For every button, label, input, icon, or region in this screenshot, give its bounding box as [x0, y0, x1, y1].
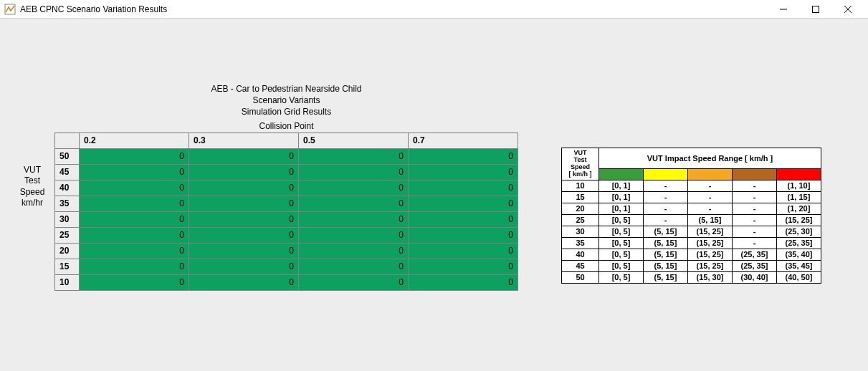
grid-cell: 0 — [80, 274, 189, 290]
grid-corner — [55, 132, 80, 148]
legend-cell: (1, 20] — [777, 203, 821, 214]
grid-cell: 0 — [80, 227, 189, 243]
grid-cell: 0 — [189, 164, 299, 180]
grid-row-header: 40 — [55, 180, 80, 196]
grid-cell: 0 — [299, 164, 409, 180]
maximize-icon — [812, 6, 819, 13]
y-axis-label-line: VUT — [14, 165, 50, 176]
grid-row-header: 45 — [55, 164, 80, 180]
legend-cell: (30, 40] — [733, 271, 777, 283]
legend-cell: (5, 15] — [688, 214, 733, 226]
legend-panel: VUTTestSpeed[ km/h ]VUT Impact Speed Ran… — [561, 148, 821, 284]
legend-cell: (5, 15] — [644, 226, 688, 237]
legend-cell: [0, 5] — [599, 226, 644, 237]
grid-cell: 0 — [80, 196, 189, 211]
legend-cell: (35, 45] — [777, 260, 821, 271]
legend-cell: - — [644, 203, 688, 214]
grid-column-header: 0.7 — [409, 132, 518, 148]
legend-row-header: 50 — [562, 271, 599, 283]
legend-cell: - — [733, 203, 777, 214]
grid-cell: 0 — [299, 259, 409, 274]
legend-row-header-label: VUTTestSpeed[ km/h ] — [562, 148, 599, 180]
chart-title-line: Simulation Grid Results — [54, 106, 518, 117]
legend-cell: [0, 1] — [599, 203, 644, 214]
legend-cell: - — [644, 214, 688, 226]
grid-cell: 0 — [80, 164, 189, 180]
legend-cell: (25, 35] — [733, 249, 777, 260]
chart-title-line: AEB - Car to Pedestrian Nearside Child — [54, 83, 518, 95]
legend-cell: [0, 1] — [599, 191, 644, 203]
legend-cell: (40, 50] — [777, 271, 821, 283]
legend-cell: (15, 25] — [688, 237, 733, 249]
grid-cell: 0 — [299, 274, 409, 290]
grid-cell: 0 — [80, 259, 189, 274]
legend-row-header: 40 — [562, 249, 599, 260]
legend-row-header: 30 — [562, 226, 599, 237]
grid-cell: 0 — [189, 211, 299, 227]
legend-cell: - — [688, 203, 733, 214]
grid-cell: 0 — [299, 196, 409, 211]
legend-cell: - — [688, 180, 733, 191]
legend-cell: (25, 35] — [777, 237, 821, 249]
legend-cell: (15, 25] — [688, 226, 733, 237]
x-axis-label: Collision Point — [54, 121, 518, 131]
legend-cell: (1, 15] — [777, 191, 821, 203]
legend-cell: (5, 15] — [644, 249, 688, 260]
maximize-button[interactable] — [799, 0, 831, 19]
legend-cell: [0, 5] — [599, 237, 644, 249]
legend-cell: (15, 25] — [688, 249, 733, 260]
grid-cell: 0 — [189, 196, 299, 211]
legend-cell: (15, 25] — [777, 214, 821, 226]
grid-cell: 0 — [80, 148, 189, 164]
app-icon — [4, 4, 16, 15]
legend-cell: (25, 30] — [777, 226, 821, 237]
grid-cell: 0 — [189, 259, 299, 274]
legend-swatch-yellow — [644, 168, 688, 180]
y-axis-label-line: Test Speed — [14, 175, 50, 198]
y-axis-label-line: km/hr — [14, 198, 50, 209]
legend-row-header: 35 — [562, 237, 599, 249]
grid-cell: 0 — [409, 274, 518, 290]
simulation-grid-table: 0.20.30.50.75000004500004000003500003000… — [54, 132, 518, 291]
legend-cell: [0, 5] — [599, 271, 644, 283]
legend-row-header: 25 — [562, 214, 599, 226]
grid-row-header: 10 — [55, 274, 80, 290]
grid-cell: 0 — [409, 227, 518, 243]
legend-row-header: 15 — [562, 191, 599, 203]
legend-cell: (35, 40] — [777, 249, 821, 260]
legend-cell: - — [733, 180, 777, 191]
legend-cell: (5, 15] — [644, 237, 688, 249]
legend-row-header: 20 — [562, 203, 599, 214]
grid-cell: 0 — [299, 211, 409, 227]
legend-cell: - — [733, 226, 777, 237]
close-button[interactable] — [831, 0, 864, 19]
chart-title-line: Scenario Variants — [54, 95, 518, 106]
grid-row-header: 30 — [55, 211, 80, 227]
legend-swatch-red — [777, 168, 821, 180]
grid-cell: 0 — [80, 180, 189, 196]
grid-cell: 0 — [409, 148, 518, 164]
legend-cell: - — [644, 180, 688, 191]
content-area: VUT Test Speed km/hr AEB - Car to Pedest… — [0, 19, 868, 371]
legend-cell: [0, 5] — [599, 249, 644, 260]
y-axis-label: VUT Test Speed km/hr — [14, 165, 50, 209]
minimize-icon — [780, 6, 787, 13]
grid-cell: 0 — [409, 259, 518, 274]
legend-swatch-brown — [733, 168, 777, 180]
legend-row-header: 45 — [562, 260, 599, 271]
titlebar: AEB CPNC Scenario Variation Results — [0, 0, 868, 19]
minimize-button[interactable] — [767, 0, 799, 19]
grid-cell: 0 — [189, 227, 299, 243]
grid-cell: 0 — [299, 180, 409, 196]
legend-cell: (1, 10] — [777, 180, 821, 191]
grid-cell: 0 — [189, 180, 299, 196]
grid-cell: 0 — [299, 243, 409, 259]
legend-cell: - — [733, 214, 777, 226]
legend-cell: - — [644, 191, 688, 203]
close-icon — [844, 6, 852, 13]
grid-cell: 0 — [299, 227, 409, 243]
legend-cell: (15, 25] — [688, 260, 733, 271]
simulation-grid-panel: VUT Test Speed km/hr AEB - Car to Pedest… — [14, 83, 518, 291]
legend-cell: [0, 5] — [599, 260, 644, 271]
grid-cell: 0 — [409, 180, 518, 196]
